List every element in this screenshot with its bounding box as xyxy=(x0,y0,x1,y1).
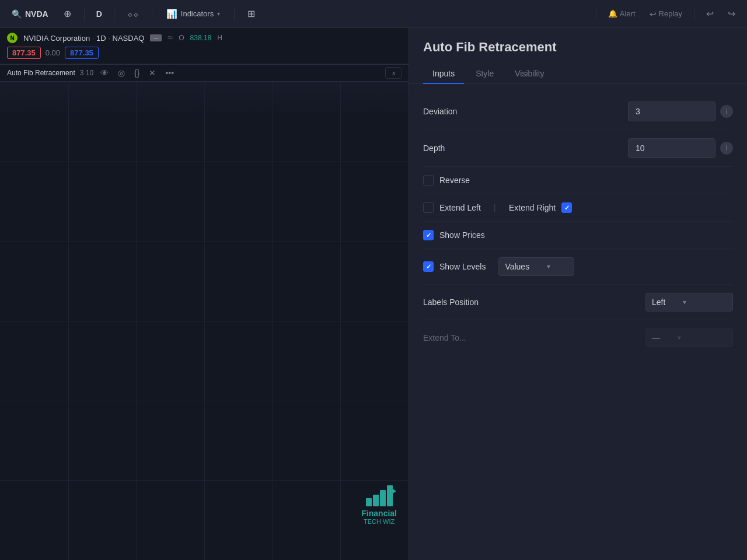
chart-header: N NVIDIA Corporation · 1D · NASDAQ — ≈ O… xyxy=(0,28,409,64)
price-row: 877.35 0.00 877.35 xyxy=(7,47,402,59)
indicator-eye-button[interactable]: 👁 xyxy=(98,67,111,79)
tab-style[interactable]: Style xyxy=(466,64,503,84)
symbol-name: NVIDIA Corporation · 1D · NASDAQ xyxy=(23,34,144,43)
reverse-label: Reverse xyxy=(439,176,470,185)
indicator-more-button[interactable]: ••• xyxy=(163,67,176,79)
ticker-label: NVDA xyxy=(25,9,48,19)
replay-button[interactable]: ↩ Replay xyxy=(645,6,687,22)
depth-label: Depth xyxy=(423,144,445,153)
toolbar-sep-2 xyxy=(114,7,114,21)
bottom-hint-value: — xyxy=(652,333,660,342)
show-levels-dropdown-value: Values xyxy=(505,262,529,271)
open-price: 838.18 xyxy=(190,34,212,42)
deviation-input[interactable] xyxy=(628,102,715,121)
indicators-button[interactable]: 📊 Indicators ▾ xyxy=(159,5,227,23)
show-levels-chevron-icon: ▾ xyxy=(547,262,550,271)
wave-icon: ≈ xyxy=(167,33,173,43)
current-price-box: 877.35 xyxy=(7,47,41,59)
labels-position-chevron-icon: ▾ xyxy=(683,298,686,306)
grid-v-3 xyxy=(204,82,205,560)
alert-label: Alert xyxy=(620,9,636,18)
labels-position-dropdown[interactable]: Left ▾ xyxy=(645,293,733,312)
redo-button[interactable]: ↪ xyxy=(723,5,740,22)
extend-row: Extend Left | Extend Right xyxy=(423,194,733,222)
labels-position-row: Labels Position Left ▾ xyxy=(423,285,733,320)
bottom-hint-dropdown[interactable]: — ▾ xyxy=(645,328,733,347)
watermark: Financial TECH WIZ xyxy=(361,485,397,525)
indicator-name: Auto Fib Retracement xyxy=(7,69,75,77)
replay-label: Replay xyxy=(659,9,682,18)
deviation-label: Deviation xyxy=(423,107,457,116)
deviation-input-group: i xyxy=(628,102,733,121)
layout-grid-icon: ⊞ xyxy=(247,8,255,19)
chart-grid[interactable]: Financial TECH WIZ xyxy=(0,82,409,560)
reverse-checkbox[interactable] xyxy=(423,175,434,186)
depth-info-button[interactable]: i xyxy=(720,142,733,155)
symbol-row: N NVIDIA Corporation · 1D · NASDAQ — ≈ O… xyxy=(7,33,402,43)
timeframe-label: D xyxy=(96,9,102,19)
indicator-row: Auto Fib Retracement 3 10 👁 ◎ {} ✕ ••• ∧ xyxy=(0,64,409,82)
layout-button[interactable]: ⊞ xyxy=(242,5,261,23)
ticker-button[interactable]: 🔍 NVDA xyxy=(7,7,53,21)
bottom-hint-label: Extend To... xyxy=(423,333,466,342)
price-change: 0.00 xyxy=(46,48,60,57)
grid-v-1 xyxy=(68,82,69,560)
plus-icon: ⊕ xyxy=(64,8,71,19)
watermark-logo xyxy=(366,485,393,506)
toolbar-sep-1 xyxy=(84,7,85,21)
pipe-separator: | xyxy=(494,202,496,213)
tab-inputs[interactable]: Inputs xyxy=(423,64,464,84)
toolbar-sep-6 xyxy=(694,7,694,21)
alert-button[interactable]: 🔔 Alert xyxy=(603,6,640,21)
undo-button[interactable]: ↩ xyxy=(701,5,718,22)
top-right-tools: 🔔 Alert ↩ Replay ↩ ↪ xyxy=(594,5,740,22)
depth-input-group: i xyxy=(628,138,733,158)
replay-icon: ↩ xyxy=(650,9,657,19)
chart-type-button[interactable]: ⬦⬦ xyxy=(121,5,145,23)
deviation-row: Deviation i xyxy=(423,93,733,130)
nvidia-icon: N xyxy=(7,33,18,43)
depth-row: Depth i xyxy=(423,130,733,167)
high-label: H xyxy=(217,34,222,42)
grid-v-5 xyxy=(340,82,341,560)
deviation-info-button[interactable]: i xyxy=(720,105,733,118)
watermark-text: Financial TECH WIZ xyxy=(361,509,397,525)
candlestick-icon: ⬦⬦ xyxy=(127,9,139,19)
indicators-chart-icon: 📊 xyxy=(166,9,177,19)
labels-position-label: Labels Position xyxy=(423,298,479,307)
depth-input[interactable] xyxy=(628,138,715,158)
chart-area: N NVIDIA Corporation · 1D · NASDAQ — ≈ O… xyxy=(0,28,409,560)
bottom-hint-row: Extend To... — ▾ xyxy=(423,320,733,355)
grid-v-4 xyxy=(273,82,273,560)
extend-left-label: Extend Left xyxy=(439,203,481,212)
timeframe-button[interactable]: D xyxy=(92,7,107,21)
indicators-label: Indicators xyxy=(181,9,214,18)
show-levels-row: Show Levels Values ▾ xyxy=(423,249,733,285)
tab-visibility[interactable]: Visibility xyxy=(505,64,553,84)
collapse-button[interactable]: ∧ xyxy=(385,67,402,79)
extend-right-checkbox[interactable] xyxy=(561,202,572,213)
watermark-arrow xyxy=(389,487,396,496)
extend-right-label: Extend Right xyxy=(509,203,556,212)
show-prices-row: Show Prices xyxy=(423,222,733,249)
prev-close-box: 877.35 xyxy=(65,47,99,59)
show-levels-dropdown[interactable]: Values ▾ xyxy=(498,257,574,276)
grid-v-2 xyxy=(136,82,137,560)
ohlc-label: O xyxy=(179,34,184,42)
redo-icon: ↪ xyxy=(728,8,735,19)
show-levels-checkbox[interactable] xyxy=(423,261,434,272)
show-prices-checkbox[interactable] xyxy=(423,230,434,240)
panel-content: Deviation i Depth i Reverse xyxy=(409,84,747,560)
add-chart-button[interactable]: ⊕ xyxy=(58,5,77,23)
search-icon: 🔍 xyxy=(12,9,22,19)
extend-left-checkbox[interactable] xyxy=(423,202,434,213)
indicator-settings-button[interactable]: ◎ xyxy=(116,67,127,79)
toolbar-sep-5 xyxy=(596,7,596,21)
indicator-remove-button[interactable]: ✕ xyxy=(146,67,158,79)
series-type-icon: — xyxy=(150,34,162,41)
show-prices-label: Show Prices xyxy=(439,230,485,240)
show-levels-label: Show Levels xyxy=(439,262,486,271)
panel-title: Auto Fib Retracement xyxy=(409,28,747,64)
indicator-format-button[interactable]: {} xyxy=(132,67,142,79)
toolbar-sep-3 xyxy=(152,7,152,21)
